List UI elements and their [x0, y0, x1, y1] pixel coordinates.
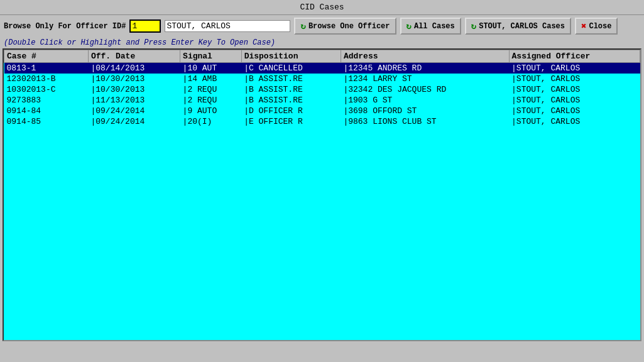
refresh-all-icon: ↻	[407, 21, 412, 31]
table-row[interactable]: 9273883|11/13/2013|2 REQU|B ASSIST.RE|19…	[4, 95, 640, 106]
refresh-icon: ↻	[300, 21, 305, 31]
table-cell: |09/24/2014	[88, 116, 180, 127]
app-title: CID Cases	[300, 3, 344, 12]
col-assigned-officer: Assigned Officer	[509, 50, 640, 63]
table-cell: |STOUT, CARLOS	[509, 95, 640, 106]
officer-label: Browse Only For Officer ID#	[4, 22, 126, 31]
officer-name-input[interactable]	[165, 20, 290, 32]
col-case-num: Case #	[4, 50, 89, 63]
table-cell: |9863 LIONS CLUB ST	[341, 116, 509, 127]
close-button[interactable]: ✖ Close	[575, 18, 618, 35]
table-cell: 12302013-B	[4, 74, 89, 84]
col-disposition: Disposition	[241, 50, 341, 63]
table-cell: |B ASSIST.RE	[241, 84, 341, 95]
refresh-officer-icon: ↻	[471, 21, 476, 31]
table-cell: 10302013-C	[4, 84, 89, 95]
table-cell: |3698 OFFORD ST	[341, 106, 509, 116]
table-cell: |9 AUTO	[180, 106, 242, 116]
title-bar: CID Cases	[0, 0, 644, 15]
toolbar: Browse Only For Officer ID# ↻ Browse One…	[0, 15, 644, 37]
table-cell: |E OFFICER R	[241, 116, 341, 127]
table-cell: |C CANCELLED	[241, 63, 341, 74]
table-cell: |D OFFICER R	[241, 106, 341, 116]
col-address: Address	[341, 50, 509, 63]
table-cell: |STOUT, CARLOS	[509, 63, 640, 74]
table-cell: |2 REQU	[180, 95, 242, 106]
table-row[interactable]: 0813-1|08/14/2013|10 AUT|C CANCELLED|123…	[4, 63, 640, 74]
table-cell: |20(I)	[180, 116, 242, 127]
table-cell: |10/30/2013	[88, 74, 180, 84]
officer-id-input[interactable]	[129, 19, 161, 33]
table-cell: |B ASSIST.RE	[241, 74, 341, 84]
table-cell: 9273883	[4, 95, 89, 106]
table-cell: |STOUT, CARLOS	[509, 116, 640, 127]
close-icon: ✖	[581, 21, 586, 31]
table-row[interactable]: 10302013-C|10/30/2013|2 REQU|B ASSIST.RE…	[4, 84, 640, 95]
all-cases-button[interactable]: ↻ All Cases	[400, 18, 461, 35]
table-cell: |STOUT, CARLOS	[509, 106, 640, 116]
table-row[interactable]: 0914-85|09/24/2014|20(I)|E OFFICER R|986…	[4, 116, 640, 127]
table-cell: |STOUT, CARLOS	[509, 74, 640, 84]
table-cell: 0914-84	[4, 106, 89, 116]
table-container[interactable]: Case # Off. Date Signal Disposition Addr…	[3, 48, 641, 341]
table-cell: |10 AUT	[180, 63, 242, 74]
table-cell: |10/30/2013	[88, 84, 180, 95]
table-cell: |32342 DES JACQUES RD	[341, 84, 509, 95]
table-cell: 0914-85	[4, 116, 89, 127]
table-cell: 0813-1	[4, 63, 89, 74]
table-cell: |09/24/2014	[88, 106, 180, 116]
table-row[interactable]: 0914-84|09/24/2014|9 AUTO|D OFFICER R|36…	[4, 106, 640, 116]
table-cell: |1903 G ST	[341, 95, 509, 106]
table-cell: |08/14/2013	[88, 63, 180, 74]
table-cell: |11/13/2013	[88, 95, 180, 106]
col-off-date: Off. Date	[88, 50, 180, 63]
table-cell: |14 AMB	[180, 74, 242, 84]
table-cell: |12345 ANDRES RD	[341, 63, 509, 74]
table-cell: |STOUT, CARLOS	[509, 84, 640, 95]
cases-table: Case # Off. Date Signal Disposition Addr…	[4, 50, 640, 127]
browse-one-officer-button[interactable]: ↻ Browse One Officer	[294, 18, 396, 35]
table-row[interactable]: 12302013-B|10/30/2013|14 AMB|B ASSIST.RE…	[4, 74, 640, 84]
table-cell: |B ASSIST.RE	[241, 95, 341, 106]
table-cell: |2 REQU	[180, 84, 242, 95]
table-header-row: Case # Off. Date Signal Disposition Addr…	[4, 50, 640, 63]
officer-cases-button[interactable]: ↻ STOUT, CARLOS Cases	[465, 18, 571, 35]
col-signal: Signal	[180, 50, 242, 63]
hint-bar: (Double Click or Highlight and Press Ent…	[0, 37, 644, 48]
table-cell: |1234 LARRY ST	[341, 74, 509, 84]
